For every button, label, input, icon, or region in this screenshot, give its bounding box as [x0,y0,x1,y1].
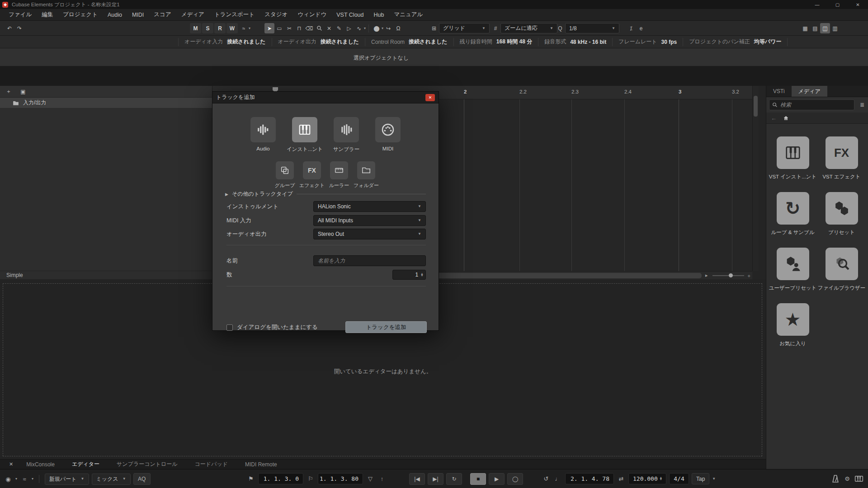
primary-position-display[interactable]: 2. 1. 4. 78 [565,473,614,484]
iterative-quantize-icon[interactable]: ⁒ [626,23,636,33]
tile-file-browser[interactable]: ファイルブラウザー [821,248,863,291]
zoom-in-icon[interactable]: ＋ [746,272,751,279]
color-tool-icon[interactable]: ⬤ [372,23,382,33]
undo-icon[interactable]: ↶ [5,23,14,33]
zoom-grid-icon[interactable]: # [491,23,500,33]
maximize-button[interactable]: ▢ [827,0,848,9]
home-icon[interactable] [783,115,789,121]
audio-record-mode-icon[interactable]: ≈ [20,474,29,485]
tile-vst-instruments[interactable]: VST インスト...ント [772,136,814,180]
track-visibility-icon[interactable]: ▣ [18,86,28,97]
right-zone-toggle-icon[interactable]: ▥ [830,23,840,33]
stop-button[interactable]: ■ [470,473,486,485]
track-type-effect[interactable]: FX エフェクト [298,161,326,189]
insert-mode-icon[interactable]: ≈ [239,23,249,33]
tile-loops-samples[interactable]: ↻ ループ & サンプル [772,192,814,236]
menu-vst-cloud[interactable]: VST Cloud [331,10,368,20]
tile-user-presets[interactable]: ユーザープリセット [772,248,814,291]
glue-tool[interactable]: ⊓ [294,23,304,33]
zoom-slider-handle[interactable] [729,273,733,277]
count-stepper-arrows[interactable]: ▲▼ [420,273,424,277]
back-arrow-icon[interactable]: ← [771,115,777,122]
vertical-scrollbar-thumb[interactable] [754,96,758,117]
quantize-length-icon[interactable]: e [636,23,646,33]
tab-sampler-control[interactable]: サンプラーコントロール [108,460,186,468]
media-filter-icon[interactable]: ≣ [857,99,867,110]
tempo-display[interactable]: 120.000 ▲▼ [628,473,666,484]
menu-score[interactable]: スコア [149,9,176,20]
minimize-button[interactable]: — [807,0,827,9]
menu-midi[interactable]: MIDI [127,10,149,20]
read-automation-button[interactable]: R [214,23,226,33]
menu-file[interactable]: ファイル [4,9,37,20]
mix-dropdown[interactable]: ミックス ▼ [92,474,131,485]
snap-type-icon[interactable]: ⊞ [429,23,439,33]
track-type-folder[interactable]: フォルダー [353,161,380,189]
zoom-out-icon[interactable]: ▸ [705,272,708,278]
locate-up-icon[interactable]: ↑ [377,473,387,484]
dialog-close-button[interactable]: ✕ [425,94,435,101]
play-button[interactable]: ▶ [489,473,505,485]
left-locator-flag-icon[interactable]: ⚑ [246,473,255,484]
metronome-icon[interactable] [831,473,840,484]
quantize-preset-dropdown[interactable]: 1/8 ▼ [565,23,619,33]
time-signature-display[interactable]: 4/4 [669,473,689,484]
lower-zone-close-icon[interactable]: ✕ [5,461,18,467]
media-search-input[interactable] [780,102,851,108]
cycle-button[interactable]: ↻ [446,473,462,485]
time-format-note-icon[interactable]: ♩ [553,473,562,484]
midi-keyboard-icon[interactable] [854,473,863,484]
quantize-icon[interactable]: Q [555,23,565,33]
auto-quantize-button[interactable]: AQ [133,473,151,485]
pre-roll-icon[interactable]: ↺ [542,473,551,484]
tile-favorites[interactable]: ★ お気に入り [772,303,814,347]
vertical-scrollbar[interactable] [752,86,759,271]
tile-vst-effects[interactable]: FX VST エフェクト [821,136,863,180]
track-type-audio[interactable]: Audio [242,117,284,153]
solo-all-button[interactable]: S [202,23,213,33]
track-type-sampler[interactable]: サンプラー [326,117,367,153]
redo-icon[interactable]: ↷ [14,23,24,33]
snap-magnet-icon[interactable]: Ω [393,23,403,33]
play-tool[interactable]: ▷ [344,23,354,33]
tile-presets[interactable]: プリセット [821,192,863,236]
setup-grid-icon[interactable]: ▦ [800,23,810,33]
object-selection-tool[interactable]: ➤ [264,23,274,33]
split-tool[interactable]: ✂ [284,23,294,33]
track-name-input[interactable] [313,255,426,266]
track-type-midi[interactable]: MIDI [367,117,409,153]
record-mode-icon[interactable]: ◉ [4,474,13,485]
midi-input-dropdown[interactable]: All MIDI Inputs ▼ [313,215,426,226]
menu-media[interactable]: メディア [176,9,209,20]
right-locator-flag-icon[interactable]: ⚐ [306,473,315,484]
go-to-end-button[interactable]: ▶| [428,473,443,485]
draw-tool[interactable]: ✎ [334,23,344,33]
menu-transport[interactable]: トランスポート [209,9,259,20]
tab-midi-remote[interactable]: MIDI Remote [236,461,286,468]
tab-vsti[interactable]: VSTi [766,86,792,97]
punch-filter-icon[interactable]: ▽ [366,473,375,484]
mute-all-button[interactable]: M [190,23,201,33]
new-part-dropdown[interactable]: 新規パート ▼ [45,474,89,485]
audio-output-dropdown[interactable]: Stereo Out ▼ [313,229,426,239]
tab-mixconsole[interactable]: MixConsole [18,461,63,468]
auto-scroll-icon[interactable]: ↪ [383,23,393,33]
menu-manual[interactable]: マニュアル [389,9,428,20]
keep-dialog-open-checkbox[interactable]: ダイアログを開いたままにする [226,324,318,331]
right-locator-display[interactable]: 1. 1. 3. 80 [318,473,363,484]
add-track-button[interactable]: ＋ [4,86,14,97]
track-type-ruler[interactable]: ルーラー [326,161,353,189]
media-search-box[interactable] [769,99,854,110]
zoom-tool[interactable] [314,23,324,33]
grid-type-dropdown[interactable]: グリッド ▼ [439,23,490,33]
track-preset-label[interactable]: Simple [6,272,23,278]
close-button[interactable]: ✕ [848,0,868,9]
menu-hub[interactable]: Hub [369,10,389,20]
zoom-slider-track[interactable] [712,275,744,276]
grid-spacing-dropdown[interactable]: ズームに適応 ▼ [500,23,557,33]
erase-tool[interactable]: ⌫ [304,23,314,33]
more-track-types-expander[interactable]: ▶ その他のトラックタイプ [225,190,426,198]
track-type-instrument[interactable]: インスト...ント [284,117,326,153]
left-zone-toggle-icon[interactable]: ▤ [810,23,820,33]
tempo-stepper[interactable]: ▲▼ [660,477,662,481]
